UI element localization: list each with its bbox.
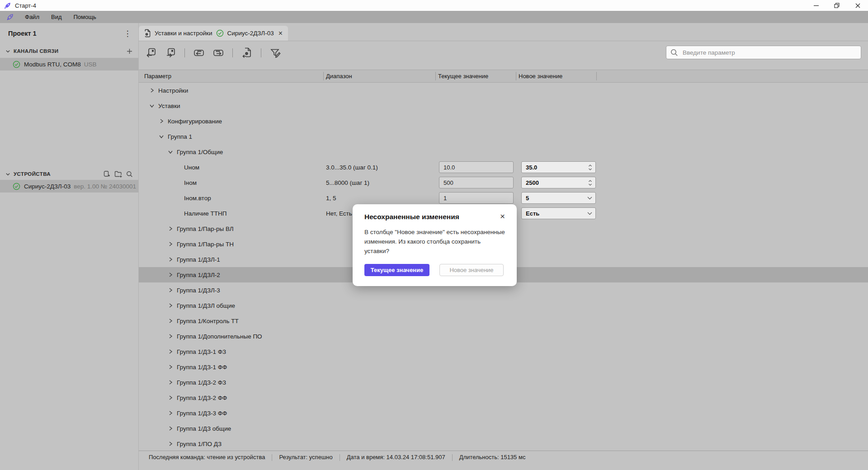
current-value-field[interactable]: 10.0 xyxy=(439,161,514,173)
devices-section-header[interactable]: УСТРОЙСТВА xyxy=(0,169,138,179)
device-search-icon[interactable] xyxy=(126,171,133,178)
tree-row-label: Группа 1/ПО ДЗ xyxy=(177,441,222,447)
add-device-icon[interactable] xyxy=(103,170,110,178)
current-value-field[interactable]: 1 xyxy=(439,192,514,204)
save-current-value-button[interactable]: Текущее значение xyxy=(364,264,429,276)
parameter-row[interactable]: Iном 5...8000 (шаг 1) 500 2500 xyxy=(139,175,868,190)
chevron-right-icon[interactable] xyxy=(149,87,155,94)
read-from-device-button[interactable] xyxy=(144,46,158,60)
column-new-value[interactable]: Новое значение xyxy=(519,70,562,82)
chevron-right-icon[interactable] xyxy=(167,333,174,339)
tree-row[interactable]: Группа 1 xyxy=(139,129,868,144)
tree-row[interactable]: Группа 1/ДЗЛ общие xyxy=(139,298,868,313)
tree-row[interactable]: Конфигурирование xyxy=(139,113,868,129)
toolbar xyxy=(139,41,868,64)
search-input[interactable] xyxy=(682,49,857,56)
column-range[interactable]: Диапазон xyxy=(326,70,352,82)
restore-button[interactable] xyxy=(826,0,847,11)
tree-row[interactable]: Группа 1/ДЗ-2 ФЗ xyxy=(139,375,868,390)
filter-button[interactable] xyxy=(269,46,282,60)
tree-row-label: Группа 1/ДЗ-1 ФФ xyxy=(177,364,227,371)
tree-row-label: Группа 1 xyxy=(168,133,192,140)
menu-view[interactable]: Вид xyxy=(46,12,67,22)
chevron-down-icon[interactable] xyxy=(587,197,592,200)
new-value-select[interactable]: Есть xyxy=(521,207,596,219)
project-title: Проект 1 xyxy=(8,30,123,37)
chevron-right-icon[interactable] xyxy=(167,287,174,293)
parameter-row[interactable]: Uном 3.0...35.0 (шаг 0.1) 10.0 35.0 xyxy=(139,160,868,175)
toolbar-separator xyxy=(184,48,185,57)
chevron-right-icon[interactable] xyxy=(167,441,174,447)
toolbar-separator xyxy=(261,48,261,57)
chevron-down-icon[interactable] xyxy=(149,103,155,109)
chevron-right-icon[interactable] xyxy=(167,318,174,324)
tab-settings[interactable]: Уставки и настройки Сириус-2ДЗЛ-03 × xyxy=(139,26,288,41)
tab-close-icon[interactable]: × xyxy=(278,30,283,37)
tree-row[interactable]: Группа 1/ПО ДЗ xyxy=(139,436,868,451)
menu-help[interactable]: Помощь xyxy=(69,12,101,22)
parameter-row[interactable]: Iном.втор 1, 5 1 5 xyxy=(139,190,868,206)
minimize-button[interactable] xyxy=(806,0,826,11)
save-new-value-button[interactable]: Новое значение xyxy=(439,264,504,276)
tree-row-label: Группа 1/Общие xyxy=(177,149,223,155)
chevron-right-icon[interactable] xyxy=(167,241,174,247)
add-channel-icon[interactable] xyxy=(126,48,133,55)
tree-row[interactable]: Группа 1/ДЗ общие xyxy=(139,421,868,436)
spinner-arrows-icon[interactable] xyxy=(588,164,592,171)
chevron-right-icon[interactable] xyxy=(167,256,174,263)
write-to-device-button[interactable] xyxy=(164,46,177,60)
chevron-down-icon[interactable] xyxy=(167,149,174,155)
tree-row-label: Группа 1/Пар-ры ВЛ xyxy=(177,226,234,232)
chevron-right-icon[interactable] xyxy=(167,226,174,232)
tree-row[interactable]: Группа 1/ДЗ-3 ФФ xyxy=(139,405,868,421)
menu-file[interactable]: Файл xyxy=(20,12,44,22)
tree-row[interactable]: Группа 1/Общие xyxy=(139,144,868,160)
dialog-close-icon[interactable]: × xyxy=(500,212,505,221)
chevron-right-icon[interactable] xyxy=(167,425,174,432)
tree-row[interactable]: Группа 1/ДЗ-1 ФФ xyxy=(139,359,868,375)
channel-label: Modbus RTU, COM8 xyxy=(24,61,81,68)
device-item-sirius[interactable]: Сириус-2ДЗЛ-03 вер. 1.00 № 24030001 xyxy=(0,180,138,193)
tree-row[interactable]: Группа 1/ДЗ-2 ФФ xyxy=(139,390,868,405)
add-folder-icon[interactable] xyxy=(114,170,122,178)
sidebar: Проект 1 ⋮ КАНАЛЫ СВЯЗИ Modbus RTU, COM8… xyxy=(0,23,138,470)
new-value-spinner[interactable]: 2500 xyxy=(521,177,596,188)
chevron-right-icon[interactable] xyxy=(167,395,174,401)
tab-label: Уставки и настройки xyxy=(155,30,212,37)
chevron-right-icon[interactable] xyxy=(167,410,174,416)
spinner-arrows-icon[interactable] xyxy=(588,179,592,186)
chevron-right-icon[interactable] xyxy=(167,272,174,278)
column-parameter[interactable]: Параметр xyxy=(144,70,171,82)
tree-row[interactable]: Группа 1/Дополнительные ПО xyxy=(139,329,868,344)
chevron-right-icon[interactable] xyxy=(167,348,174,355)
project-menu-icon[interactable]: ⋮ xyxy=(123,29,132,38)
channel-item-modbus[interactable]: Modbus RTU, COM8 USB xyxy=(0,58,138,70)
title-bar: Старт-4 xyxy=(0,0,868,11)
read-group-button[interactable] xyxy=(192,46,206,60)
tree-row[interactable]: Настройки xyxy=(139,83,868,98)
tree-row-label: Группа 1/Пар-ры ТН xyxy=(177,241,234,248)
tree-row[interactable]: Группа 1/ДЗ-1 ФЗ xyxy=(139,344,868,359)
tree-row[interactable]: Уставки xyxy=(139,98,868,113)
chevron-down-icon[interactable] xyxy=(158,133,165,140)
chevron-right-icon[interactable] xyxy=(167,379,174,385)
parameter-search[interactable] xyxy=(666,46,861,59)
tree-row-label: Группа 1/Дополнительные ПО xyxy=(177,333,262,340)
chevron-down-icon[interactable] xyxy=(587,212,592,215)
column-current-value[interactable]: Текущее значение xyxy=(438,70,488,82)
current-value-field[interactable]: 500 xyxy=(439,177,514,188)
write-group-button[interactable] xyxy=(212,46,225,60)
export-settings-file-button[interactable] xyxy=(240,46,254,60)
parameter-range: Нет, Есть xyxy=(326,210,352,217)
chevron-right-icon[interactable] xyxy=(167,364,174,370)
channels-section-header[interactable]: КАНАЛЫ СВЯЗИ xyxy=(0,46,138,56)
new-value-select[interactable]: 5 xyxy=(521,192,596,204)
status-ok-icon xyxy=(13,61,20,68)
close-button[interactable] xyxy=(847,0,868,11)
chevron-right-icon[interactable] xyxy=(167,302,174,309)
new-value-spinner[interactable]: 35.0 xyxy=(521,161,596,173)
app-rocket-icon xyxy=(4,2,11,9)
tree-row[interactable]: Группа 1/Контроль ТТ xyxy=(139,313,868,329)
device-label: Сириус-2ДЗЛ-03 xyxy=(24,183,71,190)
chevron-right-icon[interactable] xyxy=(158,118,165,124)
